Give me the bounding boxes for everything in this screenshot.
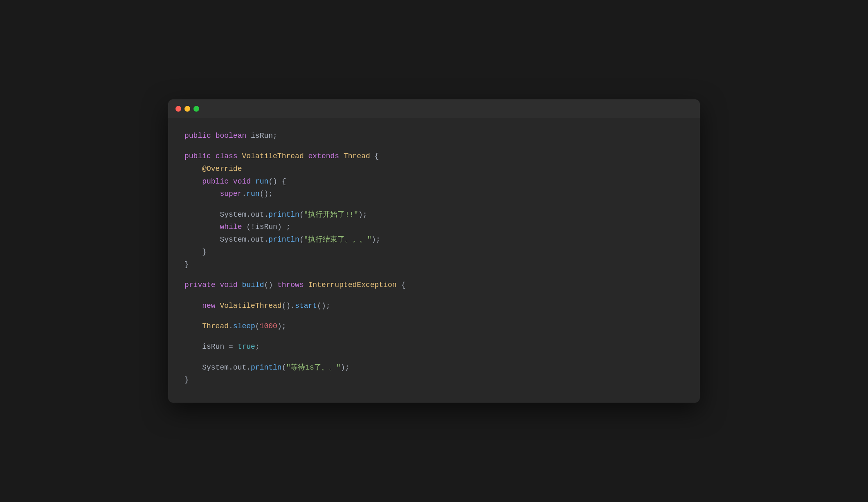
titlebar xyxy=(168,99,700,118)
code-line-3: @Override xyxy=(184,163,684,175)
blank-line xyxy=(184,333,684,341)
blank-line xyxy=(184,353,684,361)
close-button[interactable] xyxy=(175,106,181,112)
blank-line xyxy=(184,142,684,150)
code-editor: public boolean isRun; public class Volat… xyxy=(168,118,700,403)
maximize-button[interactable] xyxy=(193,106,199,112)
code-window: public boolean isRun; public class Volat… xyxy=(168,99,700,403)
blank-line xyxy=(184,291,684,300)
code-line-2: public class VolatileThread extends Thre… xyxy=(184,150,684,163)
code-line-5: super.run(); xyxy=(184,188,684,200)
code-line-13: Thread.sleep(1000); xyxy=(184,320,684,333)
code-line-6: System.out.println("执行开始了!!"); xyxy=(184,208,684,221)
blank-line xyxy=(184,312,684,320)
code-line-14: isRun = true; xyxy=(184,341,684,353)
code-line-15: System.out.println("等待1s了。。"); xyxy=(184,361,684,374)
blank-line xyxy=(184,200,684,208)
code-line-7: while (!isRun) ; xyxy=(184,221,684,233)
code-line-8: System.out.println("执行结束了。。。"); xyxy=(184,233,684,246)
code-line-11: private void build() throws InterruptedE… xyxy=(184,279,684,291)
code-line-1: public boolean isRun; xyxy=(184,130,684,142)
code-line-9: } xyxy=(184,246,684,258)
code-line-10: } xyxy=(184,258,684,271)
minimize-button[interactable] xyxy=(184,106,190,112)
code-line-16: } xyxy=(184,374,684,386)
blank-line xyxy=(184,271,684,279)
code-line-12: new VolatileThread().start(); xyxy=(184,300,684,312)
code-line-4: public void run() { xyxy=(184,175,684,188)
